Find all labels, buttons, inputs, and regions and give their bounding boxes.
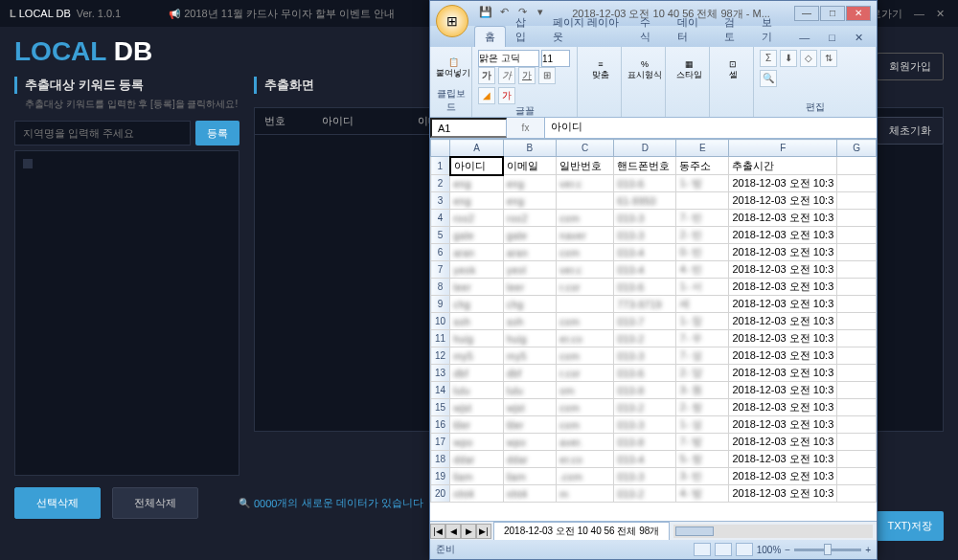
row-header[interactable]: 19 [431, 468, 450, 485]
cell[interactable]: 2018-12-03 오전 10:3 [729, 451, 837, 468]
view-break-icon[interactable] [736, 543, 753, 556]
cell[interactable]: ver.c [557, 175, 614, 192]
row-header[interactable]: 3 [431, 192, 450, 210]
cell[interactable]: com [557, 313, 614, 330]
cell[interactable]: 3- 반 [676, 468, 729, 485]
signup-button[interactable]: 회원가입 [877, 53, 944, 80]
row-header[interactable]: 10 [431, 313, 450, 330]
cell[interactable]: huig [450, 330, 504, 347]
cell[interactable]: er.co [557, 330, 614, 347]
cell[interactable]: eng [450, 192, 504, 210]
cell[interactable]: 010-3 [614, 468, 676, 485]
cell[interactable]: m [557, 485, 614, 503]
cell[interactable]: com [557, 416, 614, 434]
row-header[interactable]: 1 [431, 157, 450, 175]
cell[interactable]: 1- 성 [676, 416, 729, 434]
cell[interactable]: 7- 반 [676, 210, 729, 227]
cell[interactable]: r.cor [557, 365, 614, 382]
sheet-tab[interactable]: 2018-12-03 오전 10 40 56 전체 98개 [493, 522, 670, 540]
bold-button[interactable]: 가 [478, 67, 495, 84]
row-header[interactable]: 4 [431, 210, 450, 227]
cell[interactable]: 2018-12-03 오전 10:3 [729, 485, 837, 503]
italic-button[interactable]: 가 [498, 67, 515, 84]
cell[interactable]: soh [503, 313, 556, 330]
export-txt-button[interactable]: TXT)저장 [877, 511, 944, 541]
cell[interactable]: 1- 서 [676, 279, 729, 296]
cell[interactable] [837, 279, 877, 296]
cell[interactable]: com [557, 347, 614, 365]
sheet-last-icon[interactable]: ▶| [476, 524, 491, 539]
cell[interactable]: 2018-12-03 오전 10:3 [729, 399, 837, 416]
row-header[interactable]: 16 [431, 416, 450, 434]
cell[interactable] [837, 347, 877, 365]
cell[interactable]: aver. [557, 434, 614, 451]
cell[interactable]: 2018-12-03 오전 10:3 [729, 175, 837, 192]
cell[interactable]: 동주소 [676, 157, 729, 175]
cell[interactable]: leer [503, 279, 556, 296]
cell[interactable] [837, 416, 877, 434]
cell[interactable]: 7- 성 [676, 347, 729, 365]
col-header-D[interactable]: D [614, 140, 676, 157]
cell[interactable]: 2- 양 [676, 365, 729, 382]
cell[interactable] [837, 399, 877, 416]
cell[interactable]: er.co [557, 451, 614, 468]
sort-button[interactable]: ⇅ [820, 50, 837, 67]
cell[interactable]: ver.c [557, 261, 614, 279]
cell[interactable]: nht4 [450, 485, 504, 503]
cell[interactable]: wpo [503, 434, 556, 451]
doc-restore-icon[interactable]: □ [819, 29, 845, 47]
row-header[interactable]: 6 [431, 244, 450, 261]
doc-minimize-icon[interactable]: — [789, 29, 819, 47]
cell[interactable]: liam [503, 468, 556, 485]
cell[interactable]: 7- 우 [676, 330, 729, 347]
reset-button[interactable]: 체초기화 [877, 117, 944, 145]
notice-banner[interactable]: 2018년 11월 카드사 무이자 할부 이벤트 안내 [169, 7, 395, 21]
formula-input[interactable]: 아이디 [545, 118, 877, 138]
row-header[interactable]: 12 [431, 347, 450, 365]
cell[interactable]: 세 [676, 296, 729, 313]
cell[interactable]: 010-4 [614, 451, 676, 468]
zoom-in-icon[interactable]: + [865, 545, 871, 555]
cell[interactable]: aran [450, 244, 504, 261]
cell[interactable]: 773-9719 [614, 296, 676, 313]
row-header[interactable]: 8 [431, 279, 450, 296]
cell[interactable]: 2- 쌍 [676, 399, 729, 416]
cell[interactable]: 2018-12-03 오전 10:3 [729, 244, 837, 261]
cell[interactable] [557, 296, 614, 313]
cell[interactable]: 2018-12-03 오전 10:3 [729, 330, 837, 347]
cell[interactable]: 2018-12-03 오전 10:3 [729, 279, 837, 296]
border-button[interactable]: ⊞ [538, 67, 556, 84]
cell[interactable]: wjst [503, 399, 556, 416]
cell[interactable]: 2018-12-03 오전 10:3 [729, 347, 837, 365]
cell[interactable]: soh [450, 313, 504, 330]
cell[interactable]: com [557, 210, 614, 227]
zoom-out-icon[interactable]: − [785, 545, 790, 555]
row-header[interactable]: 18 [431, 451, 450, 468]
row-header[interactable]: 11 [431, 330, 450, 347]
cell[interactable]: huig [503, 330, 556, 347]
cell[interactable] [837, 382, 877, 399]
cell[interactable]: liam [450, 468, 504, 485]
cell[interactable]: gate [503, 227, 556, 244]
sheet-prev-icon[interactable]: ◀ [445, 524, 461, 539]
font-size-select[interactable] [541, 50, 570, 67]
cell[interactable]: ddar [503, 451, 556, 468]
view-layout-icon[interactable] [715, 543, 732, 556]
cell[interactable]: roo2 [503, 210, 556, 227]
excel-minimize-icon[interactable]: — [794, 6, 819, 21]
cell[interactable]: naver [557, 227, 614, 244]
sheet-first-icon[interactable]: |◀ [430, 524, 445, 539]
cell[interactable]: eng [450, 175, 504, 192]
cell[interactable]: 010-7 [614, 313, 676, 330]
cell[interactable]: my5 [503, 347, 556, 365]
cell[interactable]: eng [503, 175, 556, 192]
cell[interactable]: dbf [450, 365, 504, 382]
tab-home[interactable]: 홈 [474, 26, 506, 47]
fill-color-button[interactable]: ◢ [478, 87, 495, 104]
sheet-area[interactable]: ABCDEFG1아이디이메일일반번호핸드폰번호동주소추출시간2engengver… [430, 139, 877, 521]
cell[interactable]: 0- 반 [676, 244, 729, 261]
register-button[interactable]: 등록 [195, 121, 240, 146]
cell[interactable] [837, 210, 877, 227]
cell[interactable] [837, 157, 877, 175]
cell[interactable]: 61-9950 [614, 192, 676, 210]
